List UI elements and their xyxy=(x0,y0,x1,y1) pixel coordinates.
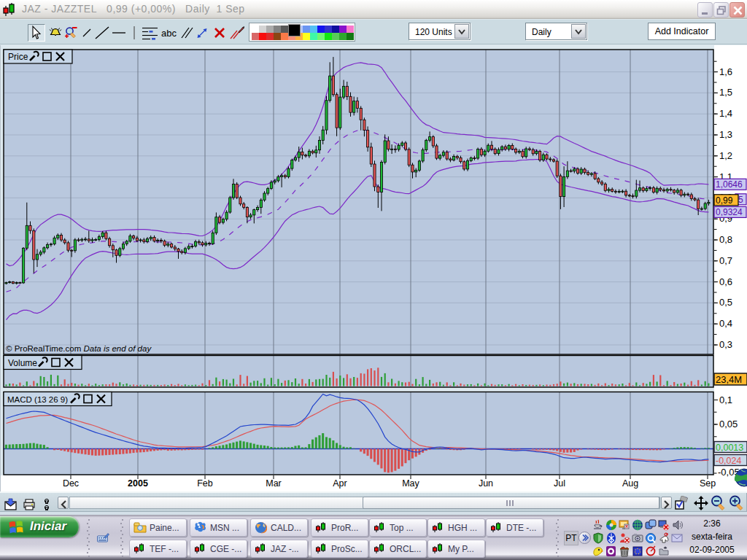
svg-text:Price: Price xyxy=(8,52,28,62)
svg-text:0,99: 0,99 xyxy=(716,195,733,206)
svg-text:0,1: 0,1 xyxy=(719,394,732,405)
svg-text:0,7: 0,7 xyxy=(719,255,732,266)
svg-text:5: 5 xyxy=(738,195,743,205)
svg-text:Aug: Aug xyxy=(622,478,638,489)
svg-text:1,0646: 1,0646 xyxy=(716,179,743,190)
svg-text:© ProRealTime.com Data is end: © ProRealTime.com Data is end of day xyxy=(6,344,152,353)
svg-text:1,2: 1,2 xyxy=(719,150,732,161)
svg-text:Jul: Jul xyxy=(554,478,565,489)
svg-text:0,8: 0,8 xyxy=(719,234,732,245)
svg-text:23,4M: 23,4M xyxy=(716,374,742,385)
svg-text:1,6: 1,6 xyxy=(719,66,732,77)
svg-text:Mar: Mar xyxy=(266,478,282,489)
svg-text:MACD (13 26 9): MACD (13 26 9) xyxy=(7,395,68,404)
svg-text:0,3: 0,3 xyxy=(719,339,732,350)
svg-text:0,05: 0,05 xyxy=(719,419,738,429)
svg-text:Apr: Apr xyxy=(333,478,347,489)
svg-text:1,3: 1,3 xyxy=(719,129,732,140)
svg-text:2005: 2005 xyxy=(128,478,148,489)
svg-text:0,5: 0,5 xyxy=(719,297,732,308)
svg-text:Jun: Jun xyxy=(479,478,493,489)
svg-text:0,6: 0,6 xyxy=(719,276,732,287)
svg-text:1,4: 1,4 xyxy=(719,108,732,119)
svg-text:-0,024: -0,024 xyxy=(716,456,741,466)
svg-text:Sep: Sep xyxy=(700,478,716,489)
svg-text:0,0013: 0,0013 xyxy=(716,443,743,453)
svg-text:1,5: 1,5 xyxy=(719,87,732,98)
svg-text:0,4: 0,4 xyxy=(719,318,732,329)
svg-text:0,9324: 0,9324 xyxy=(716,207,743,217)
svg-text:Feb: Feb xyxy=(197,478,213,489)
svg-text:abc: abc xyxy=(161,28,177,39)
svg-text:Volume: Volume xyxy=(8,358,37,368)
svg-text:Dec: Dec xyxy=(63,478,79,489)
svg-text:May: May xyxy=(402,478,419,489)
